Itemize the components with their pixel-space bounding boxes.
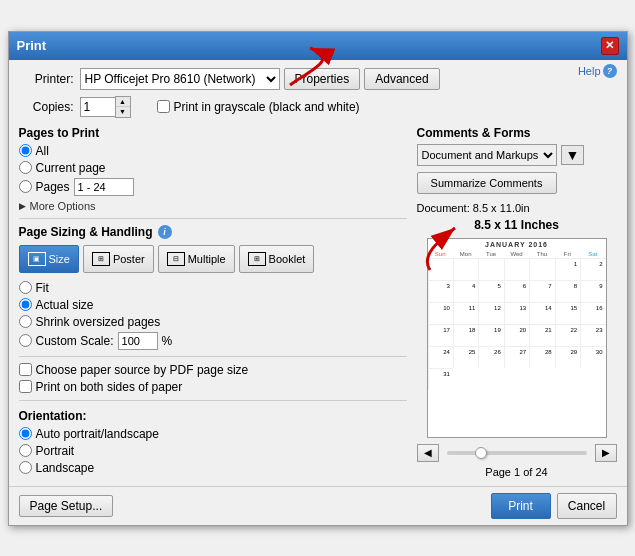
more-options-row[interactable]: ▶ More Options [19, 200, 407, 212]
properties-button[interactable]: Properties [284, 68, 361, 90]
actual-size-label: Actual size [36, 298, 94, 312]
day-12: 12 [478, 302, 503, 324]
day-wed: Wed [504, 250, 529, 258]
separator-3 [19, 400, 407, 401]
sizing-title: Page Sizing & Handling [19, 225, 153, 239]
day-1: 1 [555, 258, 580, 280]
left-panel: Pages to Print All Current page Pages [19, 126, 407, 478]
copies-down-button[interactable]: ▼ [116, 107, 130, 117]
grayscale-checkbox[interactable] [157, 100, 170, 113]
radio-actual-size[interactable] [19, 298, 32, 311]
comments-dropdown-btn[interactable]: ▼ [561, 145, 585, 165]
day-28: 28 [529, 346, 554, 368]
cancel-button[interactable]: Cancel [557, 493, 617, 519]
both-sides-label: Print on both sides of paper [36, 380, 183, 394]
navigation-row: ◀ ▶ [417, 444, 617, 462]
calendar-month-header: JANUARY 2016 [428, 239, 606, 250]
help-link[interactable]: Help [578, 65, 601, 77]
radio-all[interactable] [19, 144, 32, 157]
both-sides-row: Print on both sides of paper [19, 380, 407, 394]
day-empty-3 [478, 258, 503, 280]
day-3: 3 [428, 280, 453, 302]
page-sizing-section: Page Sizing & Handling i ▣ Size ⊞ Poster [19, 225, 407, 401]
radio-custom-scale[interactable] [19, 334, 32, 347]
close-button[interactable]: ✕ [601, 37, 619, 55]
next-page-button[interactable]: ▶ [595, 444, 617, 462]
landscape-label: Landscape [36, 461, 95, 475]
bottom-bar: Page Setup... Print Cancel [9, 486, 627, 525]
printer-select-wrap: HP Officejet Pro 8610 (Network) Properti… [80, 68, 440, 90]
radio-portrait[interactable] [19, 444, 32, 457]
radio-pages-row: Pages [19, 178, 407, 196]
day-25: 25 [453, 346, 478, 368]
page-indicator: Page 1 of 24 [417, 466, 617, 478]
help-icon[interactable]: ? [603, 64, 617, 78]
pdf-source-checkbox[interactable] [19, 363, 32, 376]
multiple-icon: ⊟ [167, 252, 185, 266]
prev-page-button[interactable]: ◀ [417, 444, 439, 462]
radio-landscape[interactable] [19, 461, 32, 474]
booklet-button[interactable]: ⊞ Booklet [239, 245, 315, 273]
printer-row: Printer: HP Officejet Pro 8610 (Network)… [19, 68, 617, 90]
actual-size-row: Actual size [19, 298, 407, 312]
copies-up-button[interactable]: ▲ [116, 97, 130, 107]
day-17: 17 [428, 324, 453, 346]
day-fri: Fri [555, 250, 580, 258]
page-slider-track[interactable] [447, 451, 587, 455]
day-mon: Mon [453, 250, 478, 258]
printer-label: Printer: [19, 72, 74, 86]
copies-row: Copies: ▲ ▼ Print in grayscale (black an… [19, 96, 617, 118]
day-6: 6 [504, 280, 529, 302]
sizing-header: Page Sizing & Handling i [19, 225, 407, 239]
fit-row: Fit [19, 281, 407, 295]
day-27: 27 [504, 346, 529, 368]
sizing-info-icon[interactable]: i [158, 225, 172, 239]
pages-to-print-title: Pages to Print [19, 126, 407, 140]
copies-input[interactable] [80, 97, 115, 117]
page-slider-thumb [475, 447, 487, 459]
both-sides-checkbox[interactable] [19, 380, 32, 393]
comments-select[interactable]: Document and Markups [417, 144, 557, 166]
poster-button[interactable]: ⊞ Poster [83, 245, 154, 273]
size-btn-label: Size [49, 253, 70, 265]
printer-select[interactable]: HP Officejet Pro 8610 (Network) [80, 68, 280, 90]
day-sun: Sun [428, 250, 453, 258]
orientation-section: Orientation: Auto portrait/landscape Por… [19, 409, 407, 475]
scale-input[interactable] [118, 332, 158, 350]
grayscale-label: Print in grayscale (black and white) [174, 100, 360, 114]
day-sat: Sat [580, 250, 605, 258]
separator-2 [19, 356, 407, 357]
main-content: Pages to Print All Current page Pages [19, 126, 617, 478]
day-10: 10 [428, 302, 453, 324]
day-4: 4 [453, 280, 478, 302]
radio-current-page[interactable] [19, 161, 32, 174]
multiple-btn-label: Multiple [188, 253, 226, 265]
print-dialog: Print ✕ Help ? Printer: HP Officejet Pro… [8, 31, 628, 526]
radio-shrink[interactable] [19, 315, 32, 328]
radio-fit[interactable] [19, 281, 32, 294]
day-tue: Tue [478, 250, 503, 258]
day-empty-2 [453, 258, 478, 280]
advanced-button[interactable]: Advanced [364, 68, 439, 90]
multiple-button[interactable]: ⊟ Multiple [158, 245, 235, 273]
day-24: 24 [428, 346, 453, 368]
calendar-grid: 1 2 3 4 5 6 7 8 9 10 11 12 13 [428, 258, 606, 390]
size-button[interactable]: ▣ Size [19, 245, 79, 273]
grayscale-row: Print in grayscale (black and white) [157, 100, 360, 114]
day-13: 13 [504, 302, 529, 324]
portrait-row: Portrait [19, 444, 407, 458]
page-setup-button[interactable]: Page Setup... [19, 495, 114, 517]
radio-pages[interactable] [19, 180, 32, 193]
pages-range-input[interactable] [74, 178, 134, 196]
print-button[interactable]: Print [491, 493, 551, 519]
day-20: 20 [504, 324, 529, 346]
size-icon: ▣ [28, 252, 46, 266]
orientation-title: Orientation: [19, 409, 407, 423]
day-2: 2 [580, 258, 605, 280]
sizing-buttons: ▣ Size ⊞ Poster ⊟ Multiple ⊞ [19, 245, 407, 273]
pdf-source-label: Choose paper source by PDF page size [36, 363, 249, 377]
booklet-icon: ⊞ [248, 252, 266, 266]
day-31: 31 [428, 368, 453, 390]
summarize-comments-button[interactable]: Summarize Comments [417, 172, 557, 194]
radio-auto-orientation[interactable] [19, 427, 32, 440]
